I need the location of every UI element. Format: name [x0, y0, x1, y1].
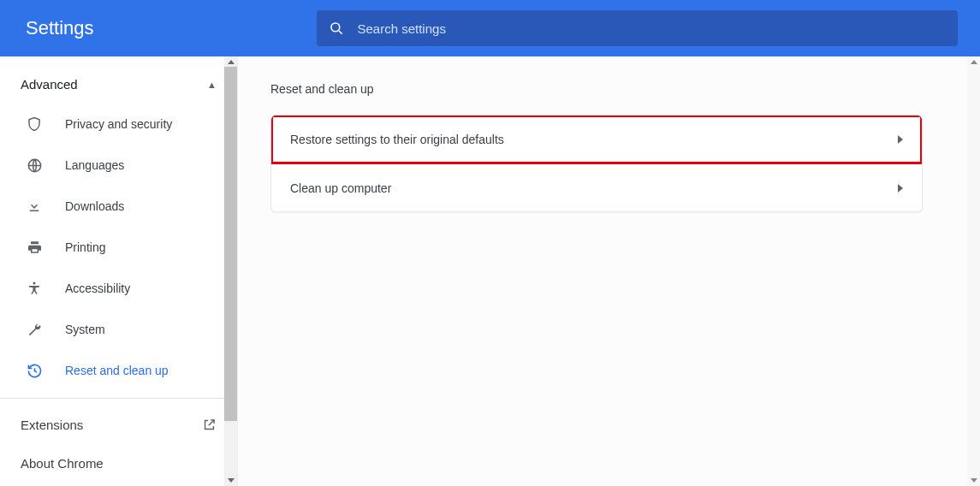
section-title: Reset and clean up [270, 82, 923, 96]
sidebar-item-printing[interactable]: Printing [0, 227, 237, 268]
chevron-up-icon: ▲ [207, 80, 217, 90]
sidebar-item-languages[interactable]: Languages [0, 145, 237, 186]
main-pane: Reset and clean up Restore settings to t… [238, 56, 980, 486]
accessibility-icon [26, 280, 43, 297]
svg-point-3 [33, 282, 36, 285]
sidebar: Advanced ▲ Privacy and security Language… [0, 56, 238, 486]
sidebar-item-privacy[interactable]: Privacy and security [0, 104, 237, 145]
search-input[interactable] [358, 21, 947, 36]
chevron-right-icon [898, 135, 903, 144]
sidebar-item-label: Printing [65, 240, 105, 254]
sidebar-item-label: Accessibility [65, 282, 130, 295]
sidebar-item-downloads[interactable]: Downloads [0, 186, 237, 227]
wrench-icon [26, 322, 43, 338]
sidebar-item-label: Downloads [65, 199, 124, 213]
app-header: Settings [0, 0, 980, 56]
globe-icon [26, 157, 43, 174]
scroll-down-icon [971, 478, 977, 483]
search-icon [329, 21, 344, 36]
sidebar-item-system[interactable]: System [0, 309, 237, 350]
divider [0, 398, 237, 399]
chevron-right-icon [898, 184, 903, 193]
main-scrollbar[interactable] [967, 56, 980, 486]
svg-line-1 [339, 31, 342, 34]
shield-icon [26, 116, 43, 133]
restore-icon [26, 363, 43, 379]
scroll-up-icon [228, 60, 235, 64]
row-label: Clean up computer [290, 181, 391, 195]
scroll-up-icon [971, 60, 977, 64]
sidebar-item-accessibility[interactable]: Accessibility [0, 268, 237, 309]
printer-icon [26, 240, 43, 255]
sidebar-link-label: About Chrome [21, 456, 104, 471]
download-icon [26, 199, 43, 214]
sidebar-scrollbar[interactable] [224, 56, 237, 486]
row-label: Restore settings to their original defau… [290, 133, 504, 146]
row-cleanup-computer[interactable]: Clean up computer [271, 163, 922, 211]
sidebar-item-reset[interactable]: Reset and clean up [0, 350, 237, 391]
settings-card: Restore settings to their original defau… [270, 115, 923, 212]
scroll-thumb[interactable] [224, 67, 237, 421]
sidebar-section-advanced[interactable]: Advanced ▲ [0, 65, 237, 104]
sidebar-link-label: Extensions [21, 418, 83, 432]
sidebar-item-label: System [65, 323, 105, 336]
page-title: Settings [26, 17, 94, 39]
open-in-new-icon [202, 418, 217, 432]
search-container[interactable] [317, 10, 959, 46]
sidebar-link-about[interactable]: About Chrome [0, 444, 237, 483]
svg-point-0 [331, 23, 340, 32]
sidebar-item-label: Reset and clean up [65, 364, 169, 377]
row-restore-defaults[interactable]: Restore settings to their original defau… [271, 116, 922, 163]
scroll-down-icon [228, 478, 235, 483]
sidebar-item-label: Languages [65, 158, 124, 172]
sidebar-section-label: Advanced [21, 77, 78, 92]
sidebar-item-label: Privacy and security [65, 117, 172, 131]
sidebar-link-extensions[interactable]: Extensions [0, 406, 237, 444]
